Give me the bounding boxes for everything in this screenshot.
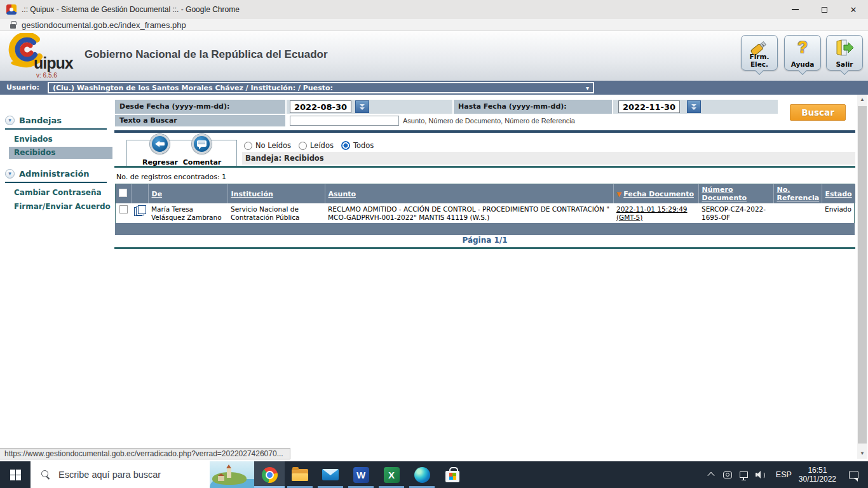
- action-center-button[interactable]: [845, 461, 862, 488]
- search-text-input[interactable]: [290, 116, 399, 126]
- radio-checked-icon: [341, 141, 350, 150]
- table-row: María Teresa Velásquez Zambrano Servicio…: [116, 203, 855, 223]
- select-all-checkbox[interactable]: [119, 189, 127, 197]
- taskbar-app-store[interactable]: [437, 461, 468, 488]
- minimize-icon: [792, 9, 799, 10]
- from-date-input[interactable]: [290, 100, 351, 113]
- help-button[interactable]: ? Ayuda: [784, 35, 821, 71]
- restore-icon: [822, 7, 827, 13]
- arrow-left-icon: [155, 140, 165, 147]
- column-sort-link-numero[interactable]: Número Documento: [702, 186, 747, 202]
- tray-volume-button[interactable]: [752, 461, 769, 488]
- logout-button[interactable]: Salir: [826, 35, 863, 71]
- close-button[interactable]: ✕: [839, 0, 868, 19]
- read-filter-group: No Leídos Leídos Todos: [244, 140, 381, 151]
- column-sort-link-institucion[interactable]: Institución: [231, 190, 273, 198]
- comment-button[interactable]: [192, 134, 212, 154]
- firm-elec-button[interactable]: Firm. Elec.: [741, 35, 778, 71]
- column-sort-link-fecha[interactable]: Fecha Documento: [623, 190, 694, 198]
- tray-meet-now-button[interactable]: [719, 461, 736, 488]
- close-icon: ✕: [850, 6, 857, 14]
- column-sort-link-asunto[interactable]: Asunto: [329, 190, 356, 198]
- pagination-label: Página 1/1: [115, 236, 855, 245]
- windows-logo-icon: [10, 470, 21, 480]
- address-bar[interactable]: gestiondocumental.gob.ec/index_frames.ph…: [0, 19, 868, 31]
- taskbar-app-edge[interactable]: [407, 461, 437, 488]
- filter-radio-leidos[interactable]: Leídos: [299, 141, 334, 150]
- minimize-button[interactable]: [780, 0, 810, 19]
- document-stack-icon[interactable]: [134, 205, 148, 216]
- user-bar-label: Usuario:: [6, 81, 39, 95]
- header-cell-asunto: Asunto: [325, 184, 613, 203]
- language-indicator[interactable]: ESP: [776, 470, 792, 479]
- scroll-down-button[interactable]: ▼: [857, 449, 867, 459]
- sidebar-section-bandejas[interactable]: ▾ Bandejas: [5, 116, 107, 130]
- header-cell-numero: Número Documento: [698, 184, 773, 203]
- restore-button[interactable]: [810, 0, 839, 19]
- back-button[interactable]: [150, 134, 170, 154]
- tray-expand-button[interactable]: [703, 461, 719, 488]
- column-sort-link-referencia[interactable]: No. Referencia: [777, 186, 820, 202]
- firm-elec-label: Firm. Elec.: [742, 53, 777, 68]
- toolbar-top-rule: [114, 130, 855, 133]
- search-icon: [41, 470, 50, 479]
- sidebar-item-enviados[interactable]: Enviados: [9, 133, 112, 146]
- column-sort-link-de[interactable]: De: [152, 190, 163, 198]
- row-checkbox[interactable]: [119, 205, 128, 214]
- sidebar-section-administracion[interactable]: ▾ Administración: [5, 169, 107, 183]
- document-date-link[interactable]: 2022-11-01 15:29:49 (GMT-5): [616, 205, 688, 221]
- taskbar-app-explorer[interactable]: [285, 461, 315, 488]
- question-mark-icon: ?: [797, 37, 808, 57]
- user-select[interactable]: (Ciu.) Washington de los Santos Morales …: [48, 82, 594, 93]
- app-version: v: 6.5.6: [36, 72, 57, 79]
- clock[interactable]: 16:51 30/11/2022: [799, 466, 836, 484]
- scroll-up-button[interactable]: ▲: [857, 95, 867, 105]
- filter-radio-no-leidos[interactable]: No Leídos: [244, 141, 291, 150]
- sidebar-item-recibidos[interactable]: Recibidos: [9, 147, 112, 159]
- logout-label: Salir: [827, 60, 862, 68]
- sort-desc-icon: ▼: [617, 191, 622, 198]
- header-cell-fecha: ▼Fecha Documento: [613, 184, 698, 203]
- camera-icon: [723, 471, 732, 478]
- table-header-row: De Institución Asunto ▼Fecha Documento N…: [116, 184, 855, 203]
- search-highlight-image: [210, 461, 254, 488]
- tray-network-button[interactable]: [736, 461, 752, 488]
- taskbar-app-mail[interactable]: [315, 461, 346, 488]
- divider-rule: [114, 166, 855, 168]
- cell-institucion: Servicio Nacional de Contratación Públic…: [227, 203, 325, 223]
- from-date-picker-button[interactable]: [355, 100, 369, 113]
- status-link-tooltip: https://www.gestiondocumental.gob.ec/ver…: [0, 448, 290, 459]
- taskbar-app-chrome[interactable]: [254, 461, 285, 488]
- column-sort-link-estado[interactable]: Estado: [825, 190, 852, 198]
- radio-icon: [299, 142, 307, 150]
- search-button[interactable]: Buscar: [790, 104, 846, 121]
- cell-referencia: [773, 203, 822, 223]
- to-date-picker-button[interactable]: [687, 100, 701, 113]
- lock-icon: [10, 24, 16, 29]
- row-cell-icon: [131, 203, 148, 223]
- to-date-input[interactable]: [618, 100, 680, 113]
- start-button[interactable]: [0, 461, 31, 488]
- header-cell-select: [116, 184, 131, 203]
- header-cell-de: De: [148, 184, 227, 203]
- speaker-icon: [756, 471, 765, 479]
- chevron-down-icon: ▾: [586, 85, 589, 92]
- sidebar-item-firmar-enviar-acuerdo[interactable]: Firmar/Enviar Acuerdo: [9, 201, 112, 213]
- vertical-scrollbar[interactable]: ▲ ▼: [857, 95, 867, 459]
- header-cell-icon: [131, 184, 148, 203]
- user-bar: Usuario: (Ciu.) Washington de los Santos…: [0, 81, 868, 95]
- window-title: .:: Quipux - Sistema de Gestión Document…: [22, 0, 240, 19]
- scrollbar-thumb[interactable]: [858, 106, 867, 444]
- store-icon: [445, 471, 459, 482]
- address-url[interactable]: gestiondocumental.gob.ec/index_frames.ph…: [22, 19, 186, 31]
- cell-estado: Enviado: [822, 203, 855, 223]
- sidebar-item-cambiar-contrasena[interactable]: Cambiar Contraseña: [9, 187, 112, 199]
- filter-radio-todos[interactable]: Todos: [341, 141, 374, 150]
- quipux-favicon-icon: [6, 4, 17, 15]
- taskbar-search[interactable]: Escribe aquí para buscar: [31, 461, 254, 488]
- taskbar-app-excel[interactable]: [376, 461, 407, 488]
- search-text-label: Texto a Buscar: [115, 115, 287, 126]
- taskbar-app-word[interactable]: [346, 461, 376, 488]
- table-footer-bar: [115, 223, 855, 235]
- quipux-logo-text: uipux: [34, 54, 73, 72]
